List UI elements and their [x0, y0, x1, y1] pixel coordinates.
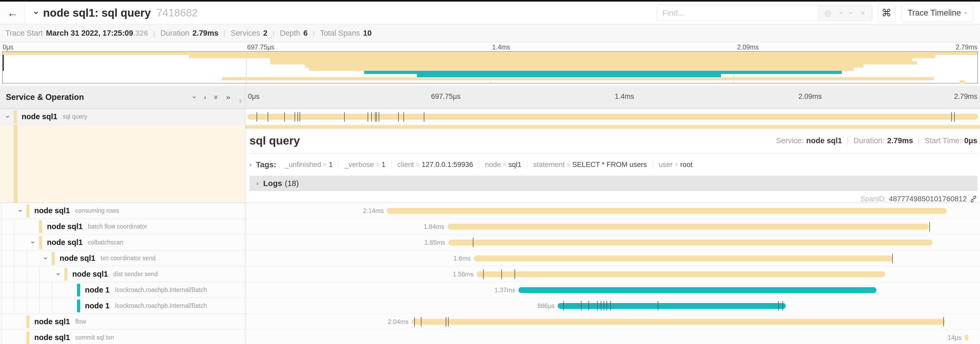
- span-duration-label: 886μs: [537, 302, 555, 310]
- span-bar[interactable]: [387, 208, 947, 214]
- span-bar-cell[interactable]: 2.04ms: [245, 314, 980, 330]
- span-bar-cell[interactable]: 1.56ms: [245, 266, 980, 282]
- logs-expand-chevron-icon[interactable]: ›: [256, 180, 258, 187]
- span-bar[interactable]: [519, 287, 877, 293]
- span-bar[interactable]: [965, 335, 968, 341]
- span-bar-cell[interactable]: [245, 109, 980, 125]
- collapse-one-icon[interactable]: ›: [191, 96, 199, 98]
- service-value: node sql1: [806, 136, 842, 145]
- expand-one-icon[interactable]: ›: [204, 93, 206, 101]
- trace-id: 7418682: [157, 7, 198, 19]
- span-bar[interactable]: [558, 303, 786, 309]
- expand-chevron-icon[interactable]: ›: [4, 111, 12, 123]
- service-name: node sql1: [47, 238, 83, 247]
- span-row: node sql1flow2.04ms: [0, 314, 980, 330]
- span-bar-cell[interactable]: 1.6ms: [245, 250, 980, 266]
- trace-minimap[interactable]: [2, 51, 978, 83]
- span-bar[interactable]: [447, 224, 929, 230]
- axis-tick-label: 2.79ms: [956, 43, 977, 51]
- tag-key: statement: [533, 161, 565, 169]
- tag-pill[interactable]: _unfinished=1: [279, 161, 339, 169]
- collapse-all-icon[interactable]: »: [212, 95, 221, 99]
- log-tick: [514, 269, 515, 279]
- trace-meta-bar: Trace StartMarch 31 2022, 17:25:09.326|D…: [0, 24, 980, 42]
- locate-icon[interactable]: ◎: [824, 8, 831, 18]
- minimap-span: [305, 64, 864, 68]
- expand-all-icon[interactable]: »: [226, 93, 230, 101]
- keyboard-shortcuts-button[interactable]: ⌘: [878, 4, 895, 22]
- collapse-trace-chevron-icon[interactable]: ›: [32, 11, 42, 14]
- minimap-span: [270, 58, 912, 61]
- span-bar[interactable]: [448, 240, 933, 245]
- span-tree-item[interactable]: ›node sql1consuming rows: [0, 203, 245, 219]
- tag-pill[interactable]: node=sql1: [479, 161, 527, 169]
- span-tree-item[interactable]: node sql1flow: [0, 314, 245, 330]
- find-next-icon[interactable]: ›: [846, 12, 856, 14]
- span-tree-item[interactable]: node 1/cockroach.roachpb.Internal/Batch: [0, 298, 245, 314]
- span-bar-cell[interactable]: 1.84ms: [245, 219, 980, 235]
- service-name: node sql1: [22, 112, 57, 121]
- indent-guide: [2, 298, 14, 314]
- span-bar-cell[interactable]: 1.37ms: [245, 282, 980, 298]
- span-bar[interactable]: [474, 256, 892, 261]
- span-tree-item[interactable]: ›node sql1dist sender send: [0, 266, 245, 282]
- indent-guide: [2, 282, 14, 298]
- tag-pill[interactable]: statement=SELECT * FROM users: [527, 161, 653, 169]
- span-bar-cell[interactable]: 1.85ms: [245, 235, 980, 250]
- tag-pill[interactable]: user=root: [653, 161, 698, 169]
- log-tick: [783, 301, 783, 311]
- span-tree-item[interactable]: node sql1batch flow coordinator: [0, 219, 245, 235]
- tags-row[interactable]: › Tags: _unfinished=1_verbose=1client=12…: [250, 157, 977, 172]
- span-bar-cell[interactable]: 14μs: [245, 330, 980, 344]
- logs-label: Logs: [263, 179, 282, 188]
- find-input[interactable]: [657, 5, 818, 21]
- start-time-label: Start Time:: [924, 136, 961, 145]
- find-prev-icon[interactable]: ›: [836, 12, 845, 14]
- panel-resize-grip[interactable]: ‖: [239, 98, 242, 105]
- span-duration-label: 1.37ms: [495, 286, 515, 294]
- span-tree-item[interactable]: node sql1commit sql txn: [0, 330, 245, 344]
- tag-equals: =: [323, 161, 327, 168]
- tag-pill[interactable]: client=127.0.0.1:59936: [391, 161, 479, 169]
- service-accent: [14, 110, 17, 123]
- tag-value: SELECT * FROM users: [572, 161, 647, 169]
- trace-meta-value-muted: .326: [133, 29, 148, 37]
- trace-meta-item: Total Spans10: [320, 29, 372, 37]
- find-clear-icon[interactable]: ×: [860, 8, 865, 18]
- span-bar-cell[interactable]: 2.14ms: [245, 203, 980, 219]
- log-tick: [563, 301, 564, 311]
- separator: |: [313, 29, 315, 37]
- logs-section[interactable]: › Logs (18): [250, 176, 977, 191]
- tag-pill[interactable]: _verbose=1: [339, 161, 391, 169]
- span-bar-cell[interactable]: 886μs: [245, 298, 980, 314]
- span-tree-item[interactable]: ›node sql1sql query: [0, 109, 245, 125]
- trace-title: node sql1: sql query: [43, 6, 151, 19]
- back-button[interactable]: ←: [0, 2, 25, 24]
- minimap-span: [222, 77, 934, 80]
- start-time-value: 0μs: [964, 136, 977, 145]
- expand-chevron-icon[interactable]: ›: [54, 268, 62, 280]
- span-bar[interactable]: [477, 271, 885, 277]
- log-tick: [379, 112, 379, 122]
- span-bar[interactable]: [247, 114, 978, 120]
- span-bar[interactable]: [412, 319, 945, 325]
- service-accent: [52, 252, 55, 265]
- expand-chevron-icon[interactable]: ›: [42, 252, 50, 264]
- indent-guide: [40, 266, 52, 282]
- operation-name: colbatchscan: [88, 239, 123, 246]
- log-tick: [268, 112, 268, 122]
- indent-guide: [14, 282, 27, 298]
- view-selector-button[interactable]: Trace Timeline ›: [901, 4, 973, 22]
- tags-expand-chevron-icon[interactable]: ›: [250, 161, 251, 168]
- copy-link-icon[interactable]: [969, 195, 977, 203]
- span-tree-item[interactable]: ›node sql1colbatchscan: [0, 235, 245, 250]
- span-duration-label: 2.14ms: [363, 207, 384, 214]
- span-row: ›node sql1colbatchscan1.85ms: [0, 235, 980, 250]
- tag-key: client: [398, 161, 414, 169]
- span-tree-item[interactable]: ›node sql1txn coordinator send: [0, 250, 245, 266]
- expand-chevron-icon[interactable]: ›: [16, 205, 24, 217]
- expand-chevron-icon[interactable]: ›: [29, 237, 37, 249]
- tag-equals: =: [567, 161, 570, 168]
- span-tree-item[interactable]: node 1/cockroach.roachpb.Internal/Batch: [0, 282, 245, 298]
- log-tick: [294, 112, 295, 122]
